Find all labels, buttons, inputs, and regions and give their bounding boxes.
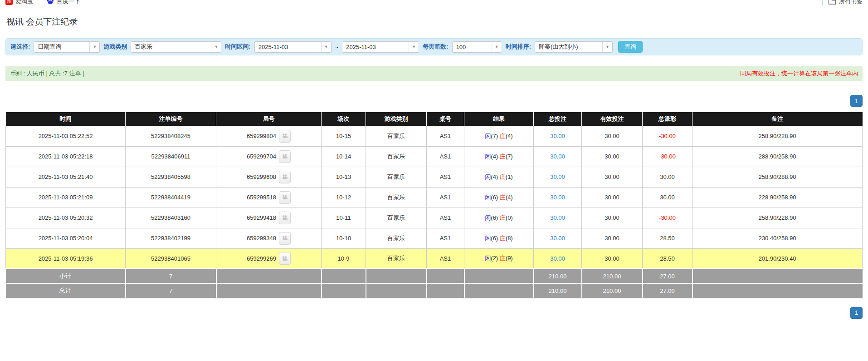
result-banker-score: (0) <box>506 214 513 221</box>
chevron-down-icon[interactable]: ▼ <box>602 42 612 52</box>
total-payout-sum: 27.00 <box>643 269 692 283</box>
cell-time: 2025-11-03 05:21:40 <box>6 167 126 187</box>
page-size-label: 每页笔数: <box>423 43 448 51</box>
result-player-score: (6) <box>491 214 500 221</box>
chevron-down-icon[interactable]: ▼ <box>321 42 331 52</box>
total-table-empty <box>427 269 464 283</box>
total-bet-link[interactable]: 30.00 <box>550 133 565 139</box>
all-bookmarks-button[interactable]: 所有书签 <box>828 0 863 5</box>
cell-bet-number: 522938402199 <box>126 228 216 248</box>
total-table-empty <box>427 283 464 298</box>
header-bet-number: 注单编号 <box>126 112 216 126</box>
video-replay-button[interactable] <box>279 252 291 265</box>
cell-total-bet: 30.00 <box>534 228 582 248</box>
header-valid-bet: 有效投注 <box>582 112 643 126</box>
header-round-number: 局号 <box>216 112 322 126</box>
round-number-text: 659299269 <box>247 255 276 262</box>
video-replay-button[interactable] <box>279 130 291 143</box>
table-row: 2025-11-03 05:22:52522938408245659299804… <box>6 126 863 146</box>
cell-table-number: AS1 <box>427 126 464 146</box>
cell-session: 10-9 <box>322 248 366 269</box>
header-total-bet: 总投注 <box>534 112 582 126</box>
header-time: 时间 <box>6 112 126 126</box>
date-to-picker[interactable]: 2025-11-03 ▼ <box>342 41 419 53</box>
round-number-text: 659299418 <box>247 214 276 221</box>
result-banker-score: (7) <box>506 153 513 160</box>
cell-round-number: 659299348 <box>216 228 322 248</box>
cell-total-bet: 30.00 <box>534 187 582 208</box>
round-number-text: 659299608 <box>247 173 276 180</box>
filter-panel: 请选择: 日期查询 ▼ 游戏类别 百家乐 ▼ 时间区间: 2025-11-03 … <box>5 38 863 55</box>
chevron-down-icon[interactable]: ▼ <box>211 42 221 52</box>
cell-total-payout: -30.00 <box>643 146 692 167</box>
page-1-button[interactable]: 1 <box>850 95 863 107</box>
time-sort-label: 时间排序: <box>506 43 531 51</box>
date-from-value: 2025-11-03 <box>255 42 321 52</box>
search-button[interactable]: 查询 <box>618 41 643 53</box>
chevron-down-icon[interactable]: ▼ <box>492 42 502 52</box>
table-row: 2025-11-03 05:19:36522938401065659299269… <box>6 248 863 269</box>
cell-total-payout: 28.50 <box>643 228 692 248</box>
page-size-select[interactable]: 100 ▼ <box>452 41 502 53</box>
bet-records-table: 时间 注单编号 局号 场次 游戏类别 桌号 结果 总投注 有效投注 总派彩 备注… <box>5 112 863 298</box>
result-player-label: 闲 <box>485 194 491 201</box>
video-replay-button[interactable] <box>279 171 291 183</box>
cell-round-number: 659299804 <box>216 126 322 146</box>
bookmarks-bar: 淘 爱淘宝 百度一下 所有书签 <box>0 0 868 6</box>
date-from-picker[interactable]: 2025-11-03 ▼ <box>254 41 332 53</box>
cell-game-category: 百家乐 <box>366 208 427 228</box>
round-number-text: 659299704 <box>247 153 276 160</box>
bookmark-aitaobao[interactable]: 淘 爱淘宝 <box>5 0 33 5</box>
chevron-down-icon[interactable]: ▼ <box>89 42 99 52</box>
table-row: 2025-11-03 05:21:40522938405598659299608… <box>6 167 863 187</box>
total-bet-link[interactable]: 30.00 <box>550 153 565 160</box>
total-count: 7 <box>126 269 216 283</box>
cell-result: 闲(6) 庄(4) <box>464 187 534 208</box>
total-session-empty <box>322 283 366 298</box>
cell-valid-bet: 30.00 <box>582 228 643 248</box>
video-replay-button[interactable] <box>279 150 291 163</box>
cell-total-bet: 30.00 <box>534 126 582 146</box>
query-type-value: 日期查询 <box>34 42 89 52</box>
total-bet-link[interactable]: 30.00 <box>550 173 565 180</box>
cell-game-category: 百家乐 <box>366 228 427 248</box>
cell-session: 10-15 <box>322 126 366 146</box>
cell-time: 2025-11-03 05:20:04 <box>6 228 126 248</box>
video-replay-button[interactable] <box>279 232 291 245</box>
total-bet-link[interactable]: 30.00 <box>550 194 565 201</box>
result-banker-label: 庄 <box>500 173 506 180</box>
result-banker-score: (4) <box>506 194 513 201</box>
query-type-select[interactable]: 日期查询 ▼ <box>34 41 100 53</box>
chevron-down-icon[interactable]: ▼ <box>409 42 419 52</box>
cell-valid-bet: 30.00 <box>582 126 643 146</box>
video-replay-button[interactable] <box>279 191 291 204</box>
total-round-empty <box>216 283 322 298</box>
cell-valid-bet: 30.00 <box>582 187 643 208</box>
select-type-label: 请选择: <box>10 43 30 51</box>
total-bet-link[interactable]: 30.00 <box>550 255 565 262</box>
cell-note: 288.90/258.90 <box>692 146 863 167</box>
total-session-empty <box>322 269 366 283</box>
round-number-text: 659299348 <box>247 235 276 242</box>
bookmark-baidu[interactable]: 百度一下 <box>47 0 80 5</box>
video-replay-button[interactable] <box>279 212 291 224</box>
cell-result: 闲(2) 庄(9) <box>464 248 534 269</box>
page-1-button[interactable]: 1 <box>850 307 863 319</box>
total-bet-link[interactable]: 30.00 <box>550 235 565 242</box>
cell-bet-number: 522938403160 <box>126 208 216 228</box>
cell-round-number: 659299269 <box>216 248 322 269</box>
cell-note: 228.90/258.90 <box>692 187 863 208</box>
total-bet-link[interactable]: 30.00 <box>550 214 565 221</box>
page-size-value: 100 <box>453 42 492 52</box>
total-bet-sum: 210.00 <box>534 269 582 283</box>
bookmark-label: 百度一下 <box>57 0 80 5</box>
cell-total-payout: 28.50 <box>643 248 692 269</box>
total-valid-bet-sum: 210.00 <box>582 283 643 298</box>
date-to-value: 2025-11-03 <box>342 42 409 52</box>
cell-note: 258.90/228.90 <box>692 126 863 146</box>
game-category-select[interactable]: 百家乐 ▼ <box>131 41 221 53</box>
cell-session: 10-14 <box>322 146 366 167</box>
cell-result: 闲(7) 庄(4) <box>464 126 534 146</box>
page-title: 视讯 会员下注纪录 <box>6 17 868 27</box>
time-sort-select[interactable]: 降幂(由大到小) ▼ <box>535 41 613 53</box>
